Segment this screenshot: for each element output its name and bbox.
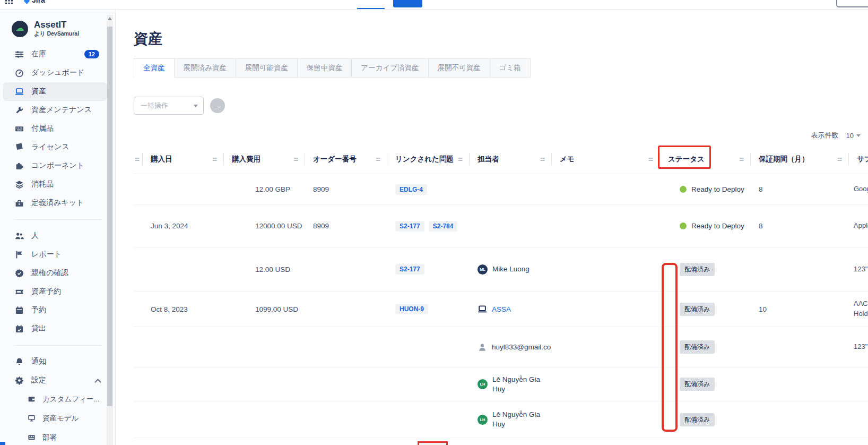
status-badge: 配備済み xyxy=(680,413,715,426)
cell-warranty xyxy=(750,247,848,291)
apply-bulk-action-button[interactable]: → xyxy=(210,98,225,113)
sidebar-item-reports[interactable]: レポート xyxy=(0,245,115,264)
tab-deployable-assets[interactable]: 展開可能資産 xyxy=(236,58,298,78)
tab-all-assets[interactable]: 全資産 xyxy=(134,58,175,78)
app-brand: ☁ AssetIT より DevSamurai xyxy=(0,10,115,44)
assignee: MLMike Luong xyxy=(478,264,530,275)
sidebar-item-asset-reservation[interactable]: 資産予約 xyxy=(0,283,115,301)
column-filter-icon[interactable]: = xyxy=(212,155,217,164)
bulk-action-select[interactable]: 一括操作 xyxy=(134,97,204,115)
page-size-select[interactable]: 10 xyxy=(846,132,861,140)
sidebar-item-departments[interactable]: 部署 xyxy=(0,428,115,445)
sidebar-item-bookings[interactable]: 予約 xyxy=(0,301,115,320)
issue-link[interactable]: S2-784 xyxy=(429,221,458,232)
tab-archived-assets[interactable]: アーカイブ済資産 xyxy=(351,58,428,78)
sidebar-item-settings[interactable]: 設定 xyxy=(0,371,115,390)
assignee-name: huyl833@gmail.com xyxy=(492,343,551,351)
cell-assignee: LHLê Nguyễn Gia Huy xyxy=(469,401,551,438)
sidebar-item-label: 資産メンテナンス xyxy=(31,105,92,115)
sidebar-item-inventory[interactable]: 在庫12 xyxy=(0,45,115,64)
cell-purchase_date: Oct 8, 2023 xyxy=(142,292,223,327)
cell-purchase_cost: 1099.00 USD xyxy=(223,292,305,327)
sidebar-item-dashboard[interactable]: ダッシュボード xyxy=(0,64,115,82)
badge-check-icon xyxy=(14,269,24,278)
cell-purchase_date xyxy=(142,401,223,438)
app-switcher-icon[interactable] xyxy=(5,0,13,5)
count-badge: 12 xyxy=(84,50,99,58)
sidebar-item-label: カスタムフィー... xyxy=(42,395,100,404)
arrow-right-icon: → xyxy=(214,101,221,110)
issue-link[interactable]: HUON-9 xyxy=(395,304,428,314)
cell-order_number xyxy=(305,438,387,445)
assignee: ASSA xyxy=(478,304,511,314)
sidebar-item-custody-check[interactable]: 親権の確認 xyxy=(0,264,115,283)
tab-undeployable-assets[interactable]: 展開不可資産 xyxy=(428,58,490,78)
column-filter-icon[interactable]: = xyxy=(540,155,545,164)
scrollbar-thumb[interactable] xyxy=(107,27,112,406)
cell-purchase_cost: 12.00 USD xyxy=(223,247,305,291)
assignee-link[interactable]: ASSA xyxy=(492,305,511,313)
table-row[interactable]: LHLê Nguyễn Gia Huy配備済み xyxy=(134,401,868,438)
bell-icon xyxy=(14,357,24,366)
tab-trash[interactable]: ゴミ箱 xyxy=(490,58,531,78)
cell-partial xyxy=(134,401,142,438)
cell-purchase_date: Jun 3, 2024 xyxy=(142,205,223,247)
cell-status: Ready to Deploy xyxy=(659,174,750,204)
sidebar-item-notifications[interactable]: 通知 xyxy=(0,353,115,371)
table-row[interactable]: 12.00 GBP8909EDLG-4Ready to Deploy8Googl… xyxy=(134,174,868,204)
page-size-label: 表示件数 xyxy=(811,131,839,140)
chevron-down-icon xyxy=(856,134,861,137)
ticket-icon xyxy=(14,287,24,296)
sidebar-item-consumables[interactable]: 消耗品 xyxy=(0,175,115,194)
column-filter-icon[interactable]: = xyxy=(376,155,380,164)
sidebar-item-label: 部署 xyxy=(42,433,57,442)
license-icon xyxy=(14,143,24,152)
status-label: Ready to Deploy xyxy=(691,185,744,193)
avatar: LH xyxy=(478,415,488,425)
cell-issues: S2-177S2-784 xyxy=(387,205,469,247)
column-filter-icon[interactable]: = xyxy=(458,155,463,164)
sidebar-item-people[interactable]: 人 xyxy=(0,227,115,245)
table-row[interactable] xyxy=(134,438,868,445)
keyboard-icon xyxy=(14,124,24,133)
column-filter-icon[interactable]: = xyxy=(837,155,842,164)
cell-purchase_date xyxy=(142,174,223,204)
sidebar-item-label: 付属品 xyxy=(31,124,54,133)
cell-partial xyxy=(134,327,142,367)
column-filter-icon[interactable]: = xyxy=(135,155,140,164)
column-filter-icon[interactable]: = xyxy=(293,155,298,164)
sidebar-item-asset-maintenance[interactable]: 資産メンテナンス xyxy=(0,101,115,119)
sidebar-item-checkouts[interactable]: 貸出 xyxy=(0,320,115,338)
column-filter-icon[interactable]: = xyxy=(648,155,653,164)
tab-pending-assets[interactable]: 保留中資産 xyxy=(297,58,352,78)
table-row[interactable]: 12.00 USDS2-177MLMike Luong配備済み123" xyxy=(134,247,868,291)
sidebar-item-custom-fields[interactable]: カスタムフィー... xyxy=(0,390,115,409)
sidebar-item-assets[interactable]: 資産 xyxy=(3,82,107,101)
search-input[interactable] xyxy=(836,0,868,7)
column-label: リンクされた問題 xyxy=(395,155,454,164)
cell-assignee: ASSA xyxy=(469,292,551,327)
supplier-name: Apple xyxy=(854,221,868,231)
issue-link[interactable]: S2-177 xyxy=(395,221,424,232)
sidebar: ☁ AssetIT より DevSamurai 在庫12ダッシュボード資産資産メ… xyxy=(0,10,116,445)
topbar-primary-button[interactable] xyxy=(393,0,422,7)
sidebar-item-label: 在庫 xyxy=(31,49,46,59)
sidebar-item-predefined-kits[interactable]: 定義済みキット xyxy=(0,194,115,212)
sidebar-item-label: 通知 xyxy=(31,357,46,366)
sidebar-item-components[interactable]: コンポーネント xyxy=(0,157,115,175)
table-row[interactable]: Oct 8, 20231099.00 USDHUON-9ASSA配備済み10AA… xyxy=(134,291,868,327)
sliders-icon xyxy=(14,50,24,59)
tab-deployed-assets[interactable]: 展開済み資産 xyxy=(174,58,236,78)
table-row[interactable]: LHLê Nguyễn Gia Huy配備済み xyxy=(134,367,868,401)
table-row[interactable]: Jun 3, 202412000.00 USD8909S2-177S2-784R… xyxy=(134,204,868,247)
issue-link[interactable]: EDLG-4 xyxy=(395,184,427,195)
sidebar-scrollbar[interactable] xyxy=(107,15,113,445)
sidebar-item-accessories[interactable]: 付属品 xyxy=(0,119,115,138)
column-filter-icon[interactable]: = xyxy=(739,155,744,164)
brand-byline: より DevSamurai xyxy=(34,30,79,38)
issue-link[interactable]: S2-177 xyxy=(395,264,424,275)
table-row[interactable]: huyl833@gmail.com配備済み123" xyxy=(134,327,868,367)
sidebar-item-asset-models[interactable]: 資産モデル xyxy=(0,409,115,428)
sidebar-item-licenses[interactable]: ライセンス xyxy=(0,138,115,157)
scroll-up-arrow-icon[interactable] xyxy=(108,17,112,20)
